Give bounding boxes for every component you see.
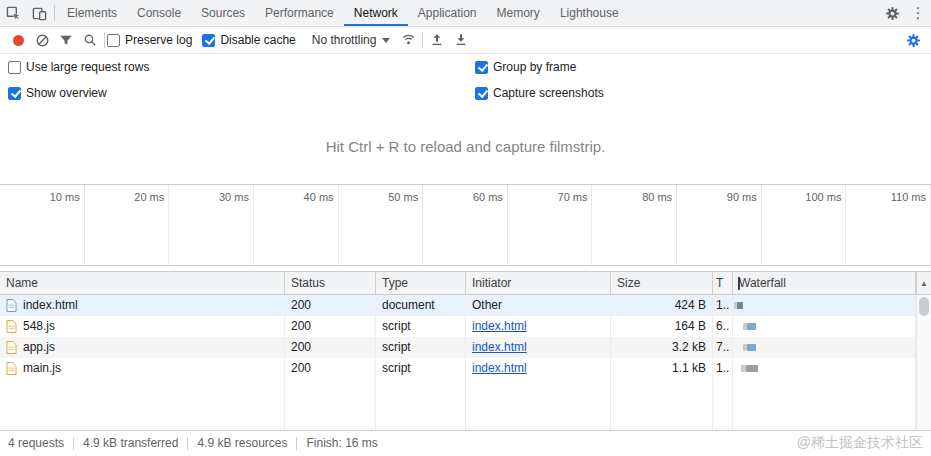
request-status: 200 [285, 316, 376, 337]
request-size: 424 B [611, 295, 713, 316]
disable-cache-checkbox[interactable] [202, 34, 215, 47]
table-empty-area [0, 379, 931, 430]
table-row[interactable]: 548.js 200 script index.html 164 B 6.. [0, 316, 931, 337]
inspect-element-button[interactable] [0, 0, 26, 26]
network-overview-timeline[interactable]: 10 ms 20 ms 30 ms 40 ms 50 ms 60 ms 70 m… [0, 184, 931, 266]
requests-count: 4 requests [8, 436, 64, 450]
overview-tick: 70 ms [508, 185, 593, 265]
column-header-status[interactable]: Status [285, 272, 376, 294]
html-file-icon [6, 299, 17, 312]
overview-tick: 60 ms [423, 185, 508, 265]
initiator-link[interactable]: index.html [472, 319, 527, 333]
request-status: 200 [285, 358, 376, 379]
search-icon [83, 33, 97, 47]
group-by-frame-checkbox[interactable] [475, 61, 488, 74]
request-status: 200 [285, 295, 376, 316]
tab-sources[interactable]: Sources [191, 0, 255, 26]
table-row[interactable]: index.html 200 document Other 424 B 1.. [0, 295, 931, 316]
upload-arrow-icon [430, 33, 444, 47]
waterfall-cell [733, 358, 916, 379]
toolbar-divider [54, 5, 55, 21]
request-table-body: index.html 200 document Other 424 B 1.. … [0, 295, 931, 430]
capture-screenshots-checkbox[interactable] [475, 87, 488, 100]
export-har-button[interactable] [449, 28, 473, 52]
network-conditions-button[interactable] [396, 28, 420, 52]
show-overview-label[interactable]: Show overview [26, 86, 107, 100]
overview-tick: 100 ms [762, 185, 847, 265]
preserve-log-checkbox[interactable] [107, 34, 120, 47]
scrollbar-thumb[interactable] [919, 297, 929, 316]
capture-screenshots-label[interactable]: Capture screenshots [493, 86, 604, 100]
disable-cache-label[interactable]: Disable cache [220, 33, 295, 47]
clear-icon [35, 33, 50, 48]
record-icon [13, 35, 24, 46]
use-large-request-rows-label[interactable]: Use large request rows [26, 60, 149, 74]
devtools-menu-button[interactable]: ⋮ [905, 0, 931, 26]
network-toolbar: Preserve log Disable cache No throttling [0, 27, 931, 54]
overview-tick: 50 ms [339, 185, 424, 265]
statusbar-divider [73, 437, 74, 450]
record-network-log-button[interactable] [6, 28, 30, 52]
js-file-icon [6, 320, 17, 333]
device-toolbar-icon [32, 6, 47, 21]
filter-funnel-icon [59, 33, 73, 47]
column-header-time[interactable]: T [713, 272, 733, 294]
request-size: 164 B [611, 316, 713, 337]
request-name: 548.js [23, 316, 55, 337]
request-type: script [376, 337, 466, 358]
table-row[interactable]: app.js 200 script index.html 3.2 kB 7.. [0, 337, 931, 358]
overview-tick: 80 ms [592, 185, 677, 265]
request-name: index.html [23, 295, 78, 316]
finish-time: Finish: 16 ms [306, 436, 377, 450]
toolbar-divider [422, 32, 423, 48]
column-header-name[interactable]: Name [0, 272, 285, 294]
clear-network-log-button[interactable] [30, 28, 54, 52]
request-name: main.js [23, 358, 61, 379]
search-button[interactable] [78, 28, 102, 52]
network-settings-pane: Use large request rows Group by frame Sh… [0, 54, 931, 106]
tab-elements[interactable]: Elements [57, 0, 127, 26]
waterfall-cell [733, 316, 916, 337]
tab-network[interactable]: Network [344, 0, 408, 26]
column-header-size[interactable]: Size [611, 272, 713, 294]
request-size: 1.1 kB [611, 358, 713, 379]
filter-button[interactable] [54, 28, 78, 52]
group-by-frame-label[interactable]: Group by frame [493, 60, 576, 74]
scroll-up-button[interactable]: ▲ [916, 272, 931, 294]
vertical-scrollbar[interactable] [916, 295, 931, 430]
transferred-size: 4.9 kB transferred [83, 436, 178, 450]
toggle-device-toolbar-button[interactable] [26, 0, 52, 26]
network-conditions-icon [401, 33, 416, 48]
initiator-link[interactable]: index.html [472, 340, 527, 354]
column-header-type[interactable]: Type [376, 272, 466, 294]
gear-icon [906, 33, 921, 48]
tab-lighthouse[interactable]: Lighthouse [550, 0, 629, 26]
devtools-settings-button[interactable] [879, 0, 905, 26]
preserve-log-label[interactable]: Preserve log [125, 33, 192, 47]
import-har-button[interactable] [425, 28, 449, 52]
request-time: 7.. [713, 337, 733, 358]
request-status: 200 [285, 337, 376, 358]
devtools-tabbar: Elements Console Sources Performance Net… [0, 0, 931, 27]
devtools-network-panel: Elements Console Sources Performance Net… [0, 0, 931, 456]
tab-performance[interactable]: Performance [255, 0, 344, 26]
table-row[interactable]: main.js 200 script index.html 1.1 kB 1.. [0, 358, 931, 379]
tab-console[interactable]: Console [127, 0, 191, 26]
statusbar-divider [296, 437, 297, 450]
overview-tick: 40 ms [254, 185, 339, 265]
request-type: document [376, 295, 466, 316]
request-time: 1.. [713, 358, 733, 379]
column-header-waterfall[interactable]: Waterfall [733, 272, 916, 294]
show-overview-checkbox[interactable] [8, 87, 21, 100]
request-name: app.js [23, 337, 55, 358]
throttling-select[interactable]: No throttling [312, 33, 391, 47]
tab-application[interactable]: Application [408, 0, 487, 26]
use-large-request-rows-checkbox[interactable] [8, 61, 21, 74]
initiator-link[interactable]: index.html [472, 361, 527, 375]
waterfall-origin-marker [738, 277, 740, 290]
kebab-menu-icon: ⋮ [911, 4, 926, 22]
network-settings-button[interactable] [901, 28, 925, 52]
tab-memory[interactable]: Memory [487, 0, 550, 26]
column-header-initiator[interactable]: Initiator [466, 272, 611, 294]
overview-tick: 90 ms [677, 185, 762, 265]
